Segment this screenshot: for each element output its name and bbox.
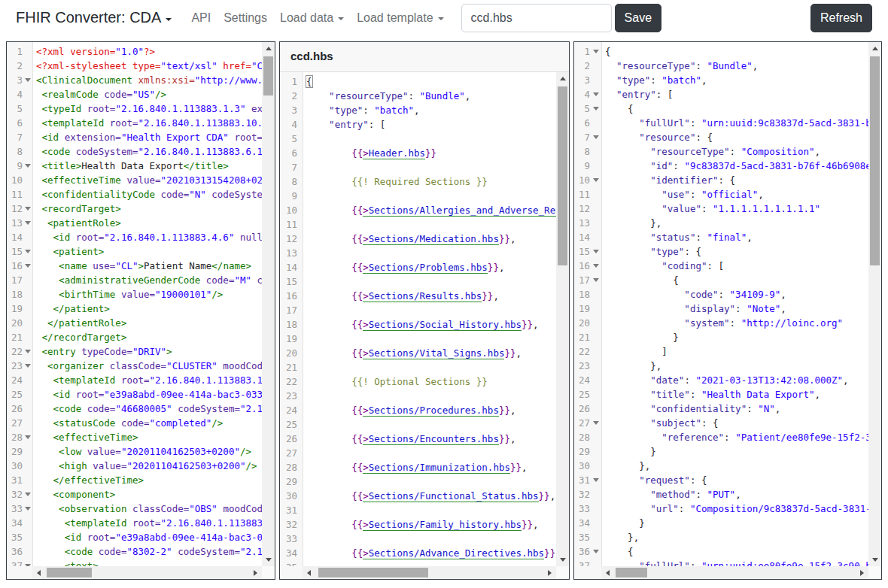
partial-template-link[interactable]: Sections/Results.hbs: [369, 290, 482, 302]
partial-template-link[interactable]: Sections/Family_history.hbs: [369, 519, 522, 531]
line-number: 1: [280, 74, 297, 89]
scrollbar-thumb[interactable]: [558, 86, 567, 265]
fold-arrow-icon[interactable]: [25, 264, 31, 268]
fold-arrow-icon[interactable]: [593, 421, 599, 425]
fold-arrow-icon[interactable]: [593, 550, 599, 553]
line-number: 30: [574, 459, 590, 473]
line-number: 35: [574, 530, 590, 544]
fold-arrow-icon[interactable]: [593, 264, 599, 268]
partial-template-link[interactable]: Sections/Problems.hbs: [369, 262, 488, 274]
scrollbar-thumb[interactable]: [263, 56, 273, 95]
chevron-down-icon: [338, 17, 344, 20]
brand-dropdown[interactable]: FHIR Converter: CDA: [16, 9, 172, 26]
horizontal-scrollbar[interactable]: [32, 566, 262, 579]
fold-arrow-icon[interactable]: [593, 250, 599, 253]
line-number: 22: [574, 344, 590, 359]
partial-template-link[interactable]: Sections/Procedures.hbs: [369, 405, 499, 417]
scrollbar-thumb[interactable]: [318, 568, 428, 577]
fold-arrow-icon[interactable]: [593, 92, 599, 96]
code-line: 23: [280, 389, 556, 403]
fold-arrow-icon[interactable]: [25, 207, 31, 211]
load-template-dropdown[interactable]: Load template: [357, 11, 443, 25]
fold-arrow-icon[interactable]: [593, 478, 599, 482]
scroll-right-button[interactable]: [543, 566, 556, 579]
fold-arrow-icon[interactable]: [593, 50, 599, 53]
nav-link-api[interactable]: API: [191, 11, 211, 25]
partial-template-link[interactable]: Sections/Medication.hbs: [369, 233, 499, 245]
fold-arrow-icon[interactable]: [25, 221, 31, 225]
code-line: 19: [280, 332, 556, 346]
scroll-down-button[interactable]: [868, 553, 881, 566]
fold-arrow-icon[interactable]: [25, 350, 31, 353]
code-line: 31 </effectiveTime>: [7, 473, 262, 487]
code-line: 28 {{>Sections/Immunization.hbs}},: [280, 460, 556, 474]
scrollbar-thumb[interactable]: [616, 568, 647, 577]
scroll-left-button[interactable]: [303, 566, 315, 579]
code-line: 3 "type": "batch",: [280, 103, 556, 117]
code-line: 14 "status": "final",: [574, 230, 868, 244]
code-line: 12 <recordTarget>: [7, 202, 262, 216]
line-number: 3: [7, 73, 23, 87]
fold-arrow-icon[interactable]: [593, 107, 599, 111]
input-editor[interactable]: 1<?xml version="1.0"?>2<?xml-stylesheet …: [7, 42, 275, 579]
code-line: 17 {: [574, 273, 868, 287]
fold-arrow-icon[interactable]: [25, 250, 31, 253]
partial-template-link[interactable]: Sections/Immunization.hbs: [369, 462, 510, 474]
partial-template-link[interactable]: Sections/Vital_Signs.hbs: [369, 347, 505, 359]
scroll-right-button[interactable]: [249, 566, 262, 579]
horizontal-scrollbar[interactable]: [601, 566, 868, 579]
scroll-down-button[interactable]: [262, 553, 275, 566]
scroll-up-button[interactable]: [556, 72, 569, 85]
line-number: 21: [280, 360, 297, 374]
scroll-left-button[interactable]: [32, 566, 45, 579]
line-number: 29: [280, 474, 297, 489]
partial-template-link[interactable]: Sections/Social_History.hbs: [369, 319, 522, 331]
code-line: 7: [280, 160, 556, 174]
vertical-scrollbar[interactable]: [556, 72, 569, 566]
save-button[interactable]: Save: [615, 4, 661, 32]
scroll-right-button[interactable]: [856, 566, 868, 579]
scrollbar-thumb[interactable]: [870, 56, 880, 265]
output-editor[interactable]: 1{2 "resourceType": "Bundle",3 "type": "…: [574, 42, 881, 579]
fold-arrow-icon[interactable]: [25, 435, 31, 439]
fold-arrow-icon[interactable]: [25, 507, 31, 511]
partial-template-link[interactable]: Sections/Allergies_and_Adverse_Reactions…: [369, 205, 556, 217]
code-line: 22 <entry typeCode="DRIV">: [7, 344, 262, 359]
fold-arrow-icon[interactable]: [25, 78, 31, 82]
template-editor[interactable]: 1{2 "resourceType": "Bundle",3 "type": "…: [280, 72, 569, 579]
code-line: 17: [280, 303, 556, 317]
scrollbar-thumb[interactable]: [47, 568, 92, 577]
template-name-input[interactable]: [461, 4, 612, 32]
refresh-button[interactable]: Refresh: [810, 4, 872, 32]
partial-template-link[interactable]: Sections/Advance_Directives.hbs: [369, 547, 544, 559]
fold-arrow-icon[interactable]: [25, 493, 31, 496]
fold-arrow-icon[interactable]: [25, 364, 31, 368]
load-data-dropdown[interactable]: Load data: [280, 11, 344, 25]
nav-link-settings[interactable]: Settings: [224, 11, 267, 25]
scroll-up-button[interactable]: [262, 42, 275, 55]
code-line: 27: [280, 446, 556, 460]
vertical-scrollbar[interactable]: [868, 42, 881, 566]
scroll-down-button[interactable]: [556, 553, 569, 566]
code-line: 10 {{>Sections/Allergies_and_Adverse_Rea…: [280, 203, 556, 217]
scroll-left-button[interactable]: [601, 566, 614, 579]
fold-arrow-icon[interactable]: [25, 164, 31, 168]
arrow-left-icon: [307, 570, 311, 576]
fold-arrow-icon[interactable]: [25, 564, 31, 566]
fold-arrow-icon[interactable]: [593, 178, 599, 182]
line-number: 22: [280, 374, 297, 389]
horizontal-scrollbar[interactable]: [303, 566, 556, 579]
vertical-scrollbar[interactable]: [262, 42, 275, 566]
fold-arrow-icon[interactable]: [593, 135, 599, 139]
code-line: 20 {{>Sections/Vital_Signs.hbs}},: [280, 346, 556, 360]
partial-template-link[interactable]: Sections/Functional_Status.hbs: [369, 490, 539, 502]
partial-template-link[interactable]: Sections/Encounters.hbs: [369, 433, 499, 445]
code-line: 25 <id root="e39a8abd-09ee-414a-bac3-033…: [7, 387, 262, 402]
line-number: 27: [280, 446, 297, 460]
line-number: 17: [574, 273, 590, 287]
arrow-left-icon: [606, 570, 610, 576]
scroll-up-button[interactable]: [868, 42, 881, 55]
partial-template-link[interactable]: Header.hbs: [369, 147, 425, 159]
fold-arrow-icon[interactable]: [593, 278, 599, 282]
line-number: 36: [7, 544, 23, 559]
